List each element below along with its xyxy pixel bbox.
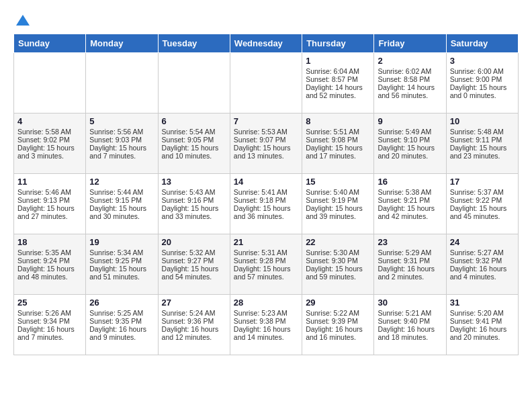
day-info: and 27 minutes. (17, 212, 82, 220)
day-info: Sunset: 9:34 PM (17, 317, 82, 325)
day-info: and 3 minutes. (17, 152, 82, 160)
day-info: Daylight: 16 hours (378, 265, 442, 273)
day-info: Daylight: 16 hours (89, 325, 154, 333)
logo-icon (15, 13, 31, 30)
day-info: Sunrise: 5:46 AM (17, 188, 82, 196)
day-info: and 54 minutes. (162, 273, 226, 281)
day-info: Daylight: 14 hours (306, 83, 370, 91)
table-row: 9Sunrise: 5:49 AMSunset: 9:10 PMDaylight… (374, 113, 446, 174)
day-number: 10 (450, 116, 515, 126)
table-row: 19Sunrise: 5:34 AMSunset: 9:25 PMDayligh… (86, 234, 158, 295)
day-info: Sunset: 9:41 PM (450, 317, 515, 325)
day-info: and 14 minutes. (234, 333, 298, 341)
day-info: Sunrise: 5:32 AM (162, 248, 226, 257)
day-info: and 33 minutes. (162, 212, 226, 220)
table-row: 10Sunrise: 5:48 AMSunset: 9:11 PMDayligh… (446, 113, 518, 174)
logo (13, 13, 31, 27)
day-number: 13 (162, 177, 226, 187)
day-info: Daylight: 16 hours (162, 325, 226, 333)
day-number: 22 (306, 237, 370, 247)
day-info: Sunset: 9:18 PM (234, 196, 298, 204)
day-info: and 0 minutes. (450, 91, 515, 99)
day-number: 4 (17, 116, 82, 126)
day-info: Sunset: 9:28 PM (234, 257, 298, 265)
table-row: 31Sunrise: 5:20 AMSunset: 9:41 PMDayligh… (446, 295, 518, 355)
table-row: 27Sunrise: 5:24 AMSunset: 9:36 PMDayligh… (158, 295, 230, 355)
day-info: Sunset: 9:38 PM (234, 317, 298, 325)
day-info: Daylight: 15 hours (450, 204, 515, 212)
day-info: Daylight: 15 hours (234, 204, 298, 212)
day-info: and 51 minutes. (89, 273, 154, 281)
day-info: Sunrise: 5:29 AM (378, 248, 442, 257)
day-info: Sunrise: 5:31 AM (234, 248, 298, 257)
day-info: Daylight: 14 hours (378, 83, 442, 91)
table-row: 17Sunrise: 5:37 AMSunset: 9:22 PMDayligh… (446, 174, 518, 234)
day-info: Sunset: 9:25 PM (89, 257, 154, 265)
day-info: Sunrise: 5:56 AM (89, 128, 154, 136)
day-info: and 2 minutes. (378, 273, 442, 281)
day-info: Daylight: 15 hours (17, 144, 82, 152)
day-info: Sunset: 9:07 PM (234, 136, 298, 144)
day-info: Daylight: 15 hours (378, 204, 442, 212)
day-number: 11 (17, 177, 82, 187)
day-info: Sunset: 9:02 PM (17, 136, 82, 144)
day-info: Sunrise: 5:21 AM (378, 309, 442, 317)
day-info: Daylight: 15 hours (306, 204, 370, 212)
day-number: 6 (162, 116, 226, 126)
table-row: 21Sunrise: 5:31 AMSunset: 9:28 PMDayligh… (230, 234, 302, 295)
header-saturday: Saturday (446, 34, 518, 53)
day-info: and 13 minutes. (234, 152, 298, 160)
day-number: 9 (378, 116, 442, 126)
day-info: Sunrise: 5:54 AM (162, 128, 226, 136)
table-row: 28Sunrise: 5:23 AMSunset: 9:38 PMDayligh… (230, 295, 302, 355)
day-info: and 30 minutes. (89, 212, 154, 220)
day-info: Sunrise: 5:35 AM (17, 248, 82, 257)
calendar-week-5: 25Sunrise: 5:26 AMSunset: 9:34 PMDayligh… (14, 295, 519, 355)
day-info: Sunset: 9:13 PM (17, 196, 82, 204)
day-info: Sunset: 8:57 PM (306, 75, 370, 83)
table-row: 24Sunrise: 5:27 AMSunset: 9:32 PMDayligh… (446, 234, 518, 295)
day-info: Sunrise: 5:44 AM (89, 188, 154, 196)
day-number: 14 (234, 177, 298, 187)
day-number: 5 (89, 116, 154, 126)
day-info: Sunset: 9:15 PM (89, 196, 154, 204)
day-info: Daylight: 15 hours (450, 83, 515, 91)
day-number: 21 (234, 237, 298, 247)
day-number: 2 (378, 56, 442, 66)
day-info: Sunset: 9:21 PM (378, 196, 442, 204)
day-info: Daylight: 15 hours (17, 265, 82, 273)
day-number: 19 (89, 237, 154, 247)
day-info: and 20 minutes. (450, 333, 515, 341)
header-thursday: Thursday (302, 34, 374, 53)
table-row: 1Sunrise: 6:04 AMSunset: 8:57 PMDaylight… (302, 53, 374, 113)
day-info: and 56 minutes. (378, 91, 442, 99)
day-info: Daylight: 15 hours (162, 204, 226, 212)
calendar-week-1: 1Sunrise: 6:04 AMSunset: 8:57 PMDaylight… (14, 53, 519, 113)
table-row: 26Sunrise: 5:25 AMSunset: 9:35 PMDayligh… (86, 295, 158, 355)
table-row: 2Sunrise: 6:02 AMSunset: 8:58 PMDaylight… (374, 53, 446, 113)
calendar: SundayMondayTuesdayWednesdayThursdayFrid… (13, 34, 519, 355)
day-info: and 7 minutes. (89, 152, 154, 160)
day-info: and 7 minutes. (17, 333, 82, 341)
table-row: 16Sunrise: 5:38 AMSunset: 9:21 PMDayligh… (374, 174, 446, 234)
table-row: 29Sunrise: 5:22 AMSunset: 9:39 PMDayligh… (302, 295, 374, 355)
day-info: and 39 minutes. (306, 212, 370, 220)
day-info: Sunset: 9:11 PM (450, 136, 515, 144)
day-info: Sunrise: 5:41 AM (234, 188, 298, 196)
day-number: 25 (17, 298, 82, 308)
day-info: Sunset: 9:16 PM (162, 196, 226, 204)
day-number: 20 (162, 237, 226, 247)
day-info: Sunset: 9:27 PM (162, 257, 226, 265)
day-info: Sunset: 9:31 PM (378, 257, 442, 265)
day-info: Sunrise: 5:20 AM (450, 309, 515, 317)
day-info: Sunset: 9:10 PM (378, 136, 442, 144)
day-info: Sunset: 9:32 PM (450, 257, 515, 265)
table-row: 12Sunrise: 5:44 AMSunset: 9:15 PMDayligh… (86, 174, 158, 234)
day-number: 18 (17, 237, 82, 247)
day-info: Daylight: 15 hours (89, 204, 154, 212)
day-info: and 42 minutes. (378, 212, 442, 220)
table-row: 23Sunrise: 5:29 AMSunset: 9:31 PMDayligh… (374, 234, 446, 295)
day-info: Sunrise: 5:53 AM (234, 128, 298, 136)
day-info: Sunrise: 5:43 AM (162, 188, 226, 196)
day-info: Sunrise: 5:40 AM (306, 188, 370, 196)
